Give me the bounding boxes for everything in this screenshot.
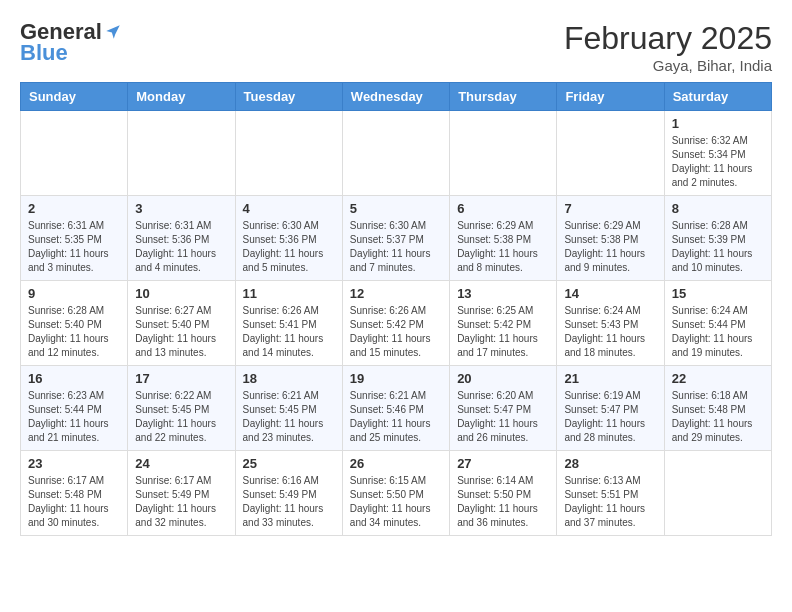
day-info: Sunrise: 6:21 AM Sunset: 5:45 PM Dayligh… [243,389,335,445]
day-number: 3 [135,201,227,216]
weekday-header-monday: Monday [128,83,235,111]
month-title: February 2025 [564,20,772,57]
day-info: Sunrise: 6:26 AM Sunset: 5:42 PM Dayligh… [350,304,442,360]
day-number: 11 [243,286,335,301]
day-info: Sunrise: 6:16 AM Sunset: 5:49 PM Dayligh… [243,474,335,530]
day-info: Sunrise: 6:31 AM Sunset: 5:36 PM Dayligh… [135,219,227,275]
calendar-cell [21,111,128,196]
day-number: 1 [672,116,764,131]
day-info: Sunrise: 6:28 AM Sunset: 5:40 PM Dayligh… [28,304,120,360]
weekday-header-saturday: Saturday [664,83,771,111]
day-number: 23 [28,456,120,471]
calendar-cell [557,111,664,196]
day-number: 10 [135,286,227,301]
day-info: Sunrise: 6:23 AM Sunset: 5:44 PM Dayligh… [28,389,120,445]
day-number: 7 [564,201,656,216]
calendar-cell: 19Sunrise: 6:21 AM Sunset: 5:46 PM Dayli… [342,366,449,451]
day-info: Sunrise: 6:13 AM Sunset: 5:51 PM Dayligh… [564,474,656,530]
calendar-cell: 17Sunrise: 6:22 AM Sunset: 5:45 PM Dayli… [128,366,235,451]
day-info: Sunrise: 6:31 AM Sunset: 5:35 PM Dayligh… [28,219,120,275]
calendar-cell [450,111,557,196]
day-info: Sunrise: 6:24 AM Sunset: 5:44 PM Dayligh… [672,304,764,360]
day-info: Sunrise: 6:27 AM Sunset: 5:40 PM Dayligh… [135,304,227,360]
day-number: 28 [564,456,656,471]
day-number: 4 [243,201,335,216]
calendar-cell: 27Sunrise: 6:14 AM Sunset: 5:50 PM Dayli… [450,451,557,536]
day-number: 24 [135,456,227,471]
weekday-header-wednesday: Wednesday [342,83,449,111]
calendar-cell: 13Sunrise: 6:25 AM Sunset: 5:42 PM Dayli… [450,281,557,366]
calendar-cell [664,451,771,536]
day-number: 20 [457,371,549,386]
day-number: 14 [564,286,656,301]
day-number: 8 [672,201,764,216]
weekday-header-friday: Friday [557,83,664,111]
calendar-cell: 23Sunrise: 6:17 AM Sunset: 5:48 PM Dayli… [21,451,128,536]
location-title: Gaya, Bihar, India [564,57,772,74]
calendar-cell: 12Sunrise: 6:26 AM Sunset: 5:42 PM Dayli… [342,281,449,366]
calendar-cell: 1Sunrise: 6:32 AM Sunset: 5:34 PM Daylig… [664,111,771,196]
calendar-cell: 10Sunrise: 6:27 AM Sunset: 5:40 PM Dayli… [128,281,235,366]
day-number: 25 [243,456,335,471]
calendar-cell: 16Sunrise: 6:23 AM Sunset: 5:44 PM Dayli… [21,366,128,451]
calendar-cell: 22Sunrise: 6:18 AM Sunset: 5:48 PM Dayli… [664,366,771,451]
weekday-header-tuesday: Tuesday [235,83,342,111]
logo: General Blue [20,20,122,66]
day-number: 6 [457,201,549,216]
day-info: Sunrise: 6:21 AM Sunset: 5:46 PM Dayligh… [350,389,442,445]
day-info: Sunrise: 6:15 AM Sunset: 5:50 PM Dayligh… [350,474,442,530]
calendar-cell: 9Sunrise: 6:28 AM Sunset: 5:40 PM Daylig… [21,281,128,366]
day-number: 2 [28,201,120,216]
day-number: 21 [564,371,656,386]
calendar-cell: 28Sunrise: 6:13 AM Sunset: 5:51 PM Dayli… [557,451,664,536]
calendar-cell: 3Sunrise: 6:31 AM Sunset: 5:36 PM Daylig… [128,196,235,281]
calendar-cell: 25Sunrise: 6:16 AM Sunset: 5:49 PM Dayli… [235,451,342,536]
title-area: February 2025 Gaya, Bihar, India [564,20,772,74]
calendar-cell: 26Sunrise: 6:15 AM Sunset: 5:50 PM Dayli… [342,451,449,536]
calendar-cell [342,111,449,196]
day-info: Sunrise: 6:32 AM Sunset: 5:34 PM Dayligh… [672,134,764,190]
day-info: Sunrise: 6:26 AM Sunset: 5:41 PM Dayligh… [243,304,335,360]
day-info: Sunrise: 6:14 AM Sunset: 5:50 PM Dayligh… [457,474,549,530]
day-info: Sunrise: 6:17 AM Sunset: 5:48 PM Dayligh… [28,474,120,530]
weekday-header-sunday: Sunday [21,83,128,111]
day-number: 19 [350,371,442,386]
weekday-header-thursday: Thursday [450,83,557,111]
calendar-cell: 18Sunrise: 6:21 AM Sunset: 5:45 PM Dayli… [235,366,342,451]
weekday-header-row: SundayMondayTuesdayWednesdayThursdayFrid… [21,83,772,111]
day-number: 27 [457,456,549,471]
day-info: Sunrise: 6:18 AM Sunset: 5:48 PM Dayligh… [672,389,764,445]
calendar-cell: 8Sunrise: 6:28 AM Sunset: 5:39 PM Daylig… [664,196,771,281]
day-number: 13 [457,286,549,301]
calendar-cell: 7Sunrise: 6:29 AM Sunset: 5:38 PM Daylig… [557,196,664,281]
day-info: Sunrise: 6:30 AM Sunset: 5:36 PM Dayligh… [243,219,335,275]
calendar-cell: 14Sunrise: 6:24 AM Sunset: 5:43 PM Dayli… [557,281,664,366]
day-info: Sunrise: 6:24 AM Sunset: 5:43 PM Dayligh… [564,304,656,360]
calendar-cell: 5Sunrise: 6:30 AM Sunset: 5:37 PM Daylig… [342,196,449,281]
day-number: 18 [243,371,335,386]
day-info: Sunrise: 6:29 AM Sunset: 5:38 PM Dayligh… [457,219,549,275]
calendar-cell [128,111,235,196]
day-info: Sunrise: 6:28 AM Sunset: 5:39 PM Dayligh… [672,219,764,275]
logo-bird-icon [104,23,122,41]
calendar-cell: 11Sunrise: 6:26 AM Sunset: 5:41 PM Dayli… [235,281,342,366]
day-number: 17 [135,371,227,386]
day-info: Sunrise: 6:19 AM Sunset: 5:47 PM Dayligh… [564,389,656,445]
day-number: 12 [350,286,442,301]
calendar-cell: 4Sunrise: 6:30 AM Sunset: 5:36 PM Daylig… [235,196,342,281]
day-info: Sunrise: 6:17 AM Sunset: 5:49 PM Dayligh… [135,474,227,530]
week-row-3: 9Sunrise: 6:28 AM Sunset: 5:40 PM Daylig… [21,281,772,366]
day-number: 15 [672,286,764,301]
day-info: Sunrise: 6:25 AM Sunset: 5:42 PM Dayligh… [457,304,549,360]
week-row-4: 16Sunrise: 6:23 AM Sunset: 5:44 PM Dayli… [21,366,772,451]
calendar-table: SundayMondayTuesdayWednesdayThursdayFrid… [20,82,772,536]
week-row-1: 1Sunrise: 6:32 AM Sunset: 5:34 PM Daylig… [21,111,772,196]
day-info: Sunrise: 6:20 AM Sunset: 5:47 PM Dayligh… [457,389,549,445]
day-number: 26 [350,456,442,471]
calendar-cell: 2Sunrise: 6:31 AM Sunset: 5:35 PM Daylig… [21,196,128,281]
calendar-cell: 24Sunrise: 6:17 AM Sunset: 5:49 PM Dayli… [128,451,235,536]
day-info: Sunrise: 6:22 AM Sunset: 5:45 PM Dayligh… [135,389,227,445]
day-number: 16 [28,371,120,386]
week-row-5: 23Sunrise: 6:17 AM Sunset: 5:48 PM Dayli… [21,451,772,536]
calendar-cell: 21Sunrise: 6:19 AM Sunset: 5:47 PM Dayli… [557,366,664,451]
